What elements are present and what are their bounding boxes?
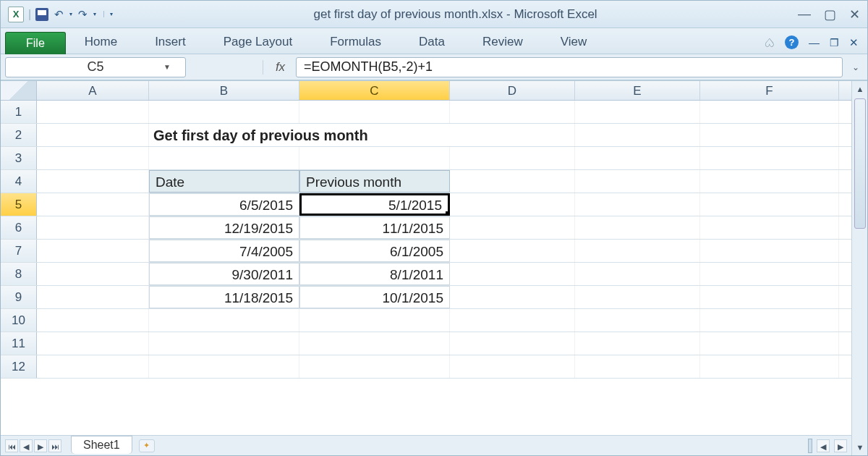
cell-c9[interactable]: 10/1/2015: [299, 286, 450, 308]
cell-f3[interactable]: [700, 147, 839, 169]
cell-a12[interactable]: [37, 355, 149, 378]
cell-b9[interactable]: 11/18/2015: [149, 286, 299, 308]
tab-review[interactable]: Review: [464, 30, 542, 54]
cell-a2[interactable]: [37, 124, 149, 146]
redo-dropdown-icon[interactable]: ▾: [93, 11, 96, 17]
cell-b11[interactable]: [149, 332, 299, 355]
cell-d4[interactable]: [450, 170, 575, 193]
cell-b10[interactable]: [149, 309, 299, 332]
row-header-4[interactable]: 4: [1, 170, 37, 193]
select-all-corner[interactable]: [1, 81, 37, 100]
cell-e11[interactable]: [575, 332, 700, 355]
cell-a9[interactable]: [37, 286, 149, 308]
cell-a8[interactable]: [37, 263, 149, 285]
cell-d7[interactable]: [450, 240, 575, 262]
minimize-icon[interactable]: ―: [798, 7, 811, 22]
row-header-8[interactable]: 8: [1, 263, 37, 285]
tab-data[interactable]: Data: [400, 30, 464, 54]
cell-c12[interactable]: [299, 355, 450, 378]
cell-c3[interactable]: [299, 147, 450, 169]
save-icon[interactable]: [35, 8, 48, 21]
cell-d10[interactable]: [450, 309, 575, 332]
cell-b7[interactable]: 7/4/2005: [149, 240, 299, 262]
cell-e8[interactable]: [575, 263, 700, 285]
cell-f12[interactable]: [700, 355, 839, 378]
row-header-11[interactable]: 11: [1, 332, 37, 355]
cell-f1[interactable]: [700, 101, 839, 123]
cell-d8[interactable]: [450, 263, 575, 285]
name-box-dropdown-icon[interactable]: ▼: [163, 63, 171, 71]
row-header-1[interactable]: 1: [1, 101, 37, 123]
row-header-7[interactable]: 7: [1, 240, 37, 262]
cell-e10[interactable]: [575, 309, 700, 332]
cell-d6[interactable]: [450, 216, 575, 239]
cell-c5-selected[interactable]: 5/1/2015: [299, 193, 450, 216]
sheet-nav-next-icon[interactable]: ▶: [34, 439, 47, 452]
name-box[interactable]: C5 ▼: [5, 57, 186, 77]
cell-b1[interactable]: [149, 101, 299, 123]
cell-c1[interactable]: [299, 101, 450, 123]
cell-b4-header[interactable]: Date: [149, 170, 299, 193]
cell-a11[interactable]: [37, 332, 149, 355]
cell-a6[interactable]: [37, 216, 149, 239]
tab-formulas[interactable]: Formulas: [311, 30, 400, 54]
cell-f8[interactable]: [700, 263, 839, 285]
cell-c6[interactable]: 11/1/2015: [299, 216, 450, 239]
tab-home[interactable]: Home: [66, 30, 136, 54]
cell-a5[interactable]: [37, 193, 149, 216]
formula-input[interactable]: =EOMONTH(B5,-2)+1: [296, 57, 843, 77]
cell-f11[interactable]: [700, 332, 839, 355]
cell-b5[interactable]: 6/5/2015: [149, 193, 299, 216]
row-header-10[interactable]: 10: [1, 309, 37, 332]
hscroll-right-icon[interactable]: ▶: [834, 439, 847, 452]
tab-splitter[interactable]: [808, 439, 812, 453]
cell-f2[interactable]: [700, 124, 839, 146]
row-header-3[interactable]: 3: [1, 147, 37, 169]
cell-b8[interactable]: 9/30/2011: [149, 263, 299, 285]
cell-f5[interactable]: [700, 193, 839, 216]
excel-logo-icon[interactable]: X: [8, 7, 24, 22]
cell-c7[interactable]: 6/1/2005: [299, 240, 450, 262]
cell-d9[interactable]: [450, 286, 575, 308]
row-header-9[interactable]: 9: [1, 286, 37, 308]
tab-page-layout[interactable]: Page Layout: [205, 30, 311, 54]
cell-a10[interactable]: [37, 309, 149, 332]
cell-c11[interactable]: [299, 332, 450, 355]
sheet-nav-prev-icon[interactable]: ◀: [20, 439, 33, 452]
cell-c8[interactable]: 8/1/2011: [299, 263, 450, 285]
cell-e12[interactable]: [575, 355, 700, 378]
sheet-nav-last-icon[interactable]: ⏭: [48, 439, 61, 452]
undo-icon[interactable]: ↶: [53, 8, 65, 21]
cell-b3[interactable]: [149, 147, 299, 169]
cell-b12[interactable]: [149, 355, 299, 378]
cell-f7[interactable]: [700, 240, 839, 262]
close-icon[interactable]: ✕: [849, 7, 860, 22]
vertical-scrollbar[interactable]: ▲ ▼: [851, 81, 867, 455]
cell-e6[interactable]: [575, 216, 700, 239]
col-header-c[interactable]: C: [299, 81, 450, 100]
sheet-nav-first-icon[interactable]: ⏮: [5, 439, 18, 452]
cell-a3[interactable]: [37, 147, 149, 169]
cell-c4-header[interactable]: Previous month: [299, 170, 450, 193]
cell-e1[interactable]: [575, 101, 700, 123]
cell-d3[interactable]: [450, 147, 575, 169]
cell-e2[interactable]: [575, 124, 700, 146]
cell-a7[interactable]: [37, 240, 149, 262]
hscroll-left-icon[interactable]: ◀: [817, 439, 830, 452]
cell-c10[interactable]: [299, 309, 450, 332]
fx-label-icon[interactable]: fx: [263, 60, 290, 75]
cell-a1[interactable]: [37, 101, 149, 123]
col-header-f[interactable]: F: [700, 81, 839, 100]
col-header-a[interactable]: A: [37, 81, 149, 100]
undo-dropdown-icon[interactable]: ▾: [69, 11, 72, 17]
cell-e7[interactable]: [575, 240, 700, 262]
new-sheet-icon[interactable]: [139, 439, 155, 452]
scroll-down-icon[interactable]: ▼: [852, 439, 867, 455]
minimize-ribbon-icon[interactable]: ♡: [765, 35, 775, 49]
row-header-2[interactable]: 2: [1, 124, 37, 146]
cell-b6[interactable]: 12/19/2015: [149, 216, 299, 239]
cell-f6[interactable]: [700, 216, 839, 239]
cell-e9[interactable]: [575, 286, 700, 308]
expand-formula-bar-icon[interactable]: ⌄: [848, 62, 863, 72]
workbook-restore-icon[interactable]: ❐: [830, 37, 839, 48]
